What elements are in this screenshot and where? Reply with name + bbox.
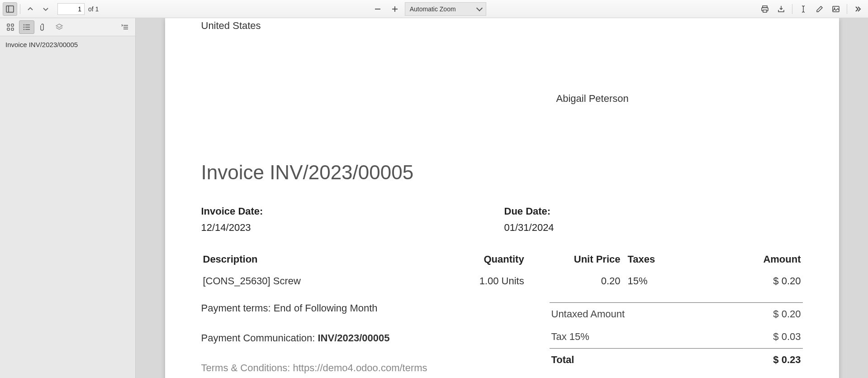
svg-rect-0 xyxy=(6,6,14,12)
tax-label: Tax 15% xyxy=(551,331,589,343)
terms-conditions: Terms & Conditions: https://demo4.odoo.c… xyxy=(201,362,550,374)
sidebar-panel: Invoice INV/2023/00005 xyxy=(0,18,136,378)
pen-icon xyxy=(816,5,824,13)
print-button[interactable] xyxy=(758,2,772,16)
outline-settings-button[interactable] xyxy=(117,20,133,34)
tax-value: $ 0.03 xyxy=(773,331,801,343)
text-tool-button[interactable] xyxy=(796,2,811,16)
line-unit-price: 0.20 xyxy=(526,269,622,291)
sidebar-toggle-button[interactable] xyxy=(3,2,17,16)
minus-icon xyxy=(374,5,381,13)
tax-row: Tax 15% $ 0.03 xyxy=(550,325,803,348)
line-taxes: 15% xyxy=(622,269,682,291)
chevron-up-icon xyxy=(27,6,33,12)
due-date-label: Due Date: xyxy=(504,206,803,217)
line-description: [CONS_25630] Screw xyxy=(201,269,430,291)
svg-rect-13 xyxy=(11,28,14,30)
untaxed-row: Untaxed Amount $ 0.20 xyxy=(550,302,803,325)
table-row: [CONS_25630] Screw 1.00 Units 0.20 15% $… xyxy=(201,269,803,291)
total-label: Total xyxy=(551,354,574,366)
invoice-lines-table: Description Quantity Unit Price Taxes Am… xyxy=(201,250,803,291)
svg-rect-12 xyxy=(7,28,9,30)
sender-country: United States xyxy=(201,20,803,32)
separator xyxy=(20,4,20,14)
zoom-select[interactable]: Automatic Zoom xyxy=(405,2,486,16)
download-button[interactable] xyxy=(774,2,788,16)
draw-tool-button[interactable] xyxy=(812,2,827,16)
col-amount: Amount xyxy=(682,250,802,269)
untaxed-value: $ 0.20 xyxy=(773,308,801,320)
untaxed-label: Untaxed Amount xyxy=(551,308,625,320)
svg-rect-8 xyxy=(833,6,839,12)
sidebar-icon xyxy=(6,5,14,13)
thumbnails-view-button[interactable] xyxy=(3,20,18,34)
svg-rect-11 xyxy=(11,24,14,26)
document-viewer[interactable]: San Francisco CA 94134 United States Abi… xyxy=(136,18,868,378)
zoom-out-button[interactable] xyxy=(370,2,385,16)
svg-point-18 xyxy=(24,29,24,29)
total-row: Total $ 0.23 xyxy=(550,348,803,371)
svg-rect-5 xyxy=(763,6,767,8)
chevron-down-icon xyxy=(43,6,49,12)
more-tools-button[interactable] xyxy=(851,2,865,16)
thumbnails-icon xyxy=(6,23,14,31)
col-description: Description xyxy=(201,250,430,269)
text-cursor-icon xyxy=(799,5,807,13)
svg-rect-10 xyxy=(7,24,9,26)
col-unit-price: Unit Price xyxy=(526,250,622,269)
outline-item[interactable]: Invoice INV/2023/00005 xyxy=(0,36,135,53)
layers-icon xyxy=(55,23,63,31)
outline-icon xyxy=(23,23,31,31)
print-icon xyxy=(761,5,769,13)
line-amount: $ 0.20 xyxy=(682,269,802,291)
chevrons-right-icon xyxy=(854,5,862,13)
col-taxes: Taxes xyxy=(622,250,682,269)
payment-terms: Payment terms: End of Following Month xyxy=(201,302,550,314)
attachments-view-button[interactable] xyxy=(35,20,51,34)
invoice-title: Invoice INV/2023/00005 xyxy=(201,161,803,184)
image-tool-button[interactable] xyxy=(829,2,843,16)
layers-view-button[interactable] xyxy=(52,20,67,34)
payment-communication: Payment Communication: INV/2023/00005 xyxy=(201,332,550,344)
main-toolbar: of 1 Automatic Zoom xyxy=(0,0,868,18)
document-page: San Francisco CA 94134 United States Abi… xyxy=(165,18,839,378)
outline-view-button[interactable] xyxy=(19,20,34,34)
sidebar-toolbar xyxy=(0,18,135,36)
svg-point-16 xyxy=(24,26,24,27)
invoice-date-value: 12/14/2023 xyxy=(201,222,504,234)
image-icon xyxy=(832,5,840,13)
prev-page-button[interactable] xyxy=(23,2,38,16)
paperclip-icon xyxy=(39,23,47,31)
invoice-date-label: Invoice Date: xyxy=(201,206,504,217)
plus-icon xyxy=(391,5,398,13)
page-number-input[interactable] xyxy=(57,3,85,15)
svg-point-9 xyxy=(834,7,835,9)
svg-rect-7 xyxy=(763,10,767,12)
customer-name: Abigail Peterson xyxy=(556,93,803,105)
next-page-button[interactable] xyxy=(38,2,53,16)
zoom-in-button[interactable] xyxy=(388,2,402,16)
svg-point-14 xyxy=(24,24,24,25)
download-icon xyxy=(777,5,785,13)
total-value: $ 0.23 xyxy=(773,354,801,366)
separator xyxy=(847,4,847,14)
col-quantity: Quantity xyxy=(430,250,526,269)
separator xyxy=(792,4,792,14)
due-date-value: 01/31/2024 xyxy=(504,222,803,234)
outline-collapse-icon xyxy=(121,23,129,31)
svg-rect-6 xyxy=(762,8,768,11)
page-count-label: of 1 xyxy=(88,5,99,13)
line-quantity: 1.00 Units xyxy=(430,269,526,291)
